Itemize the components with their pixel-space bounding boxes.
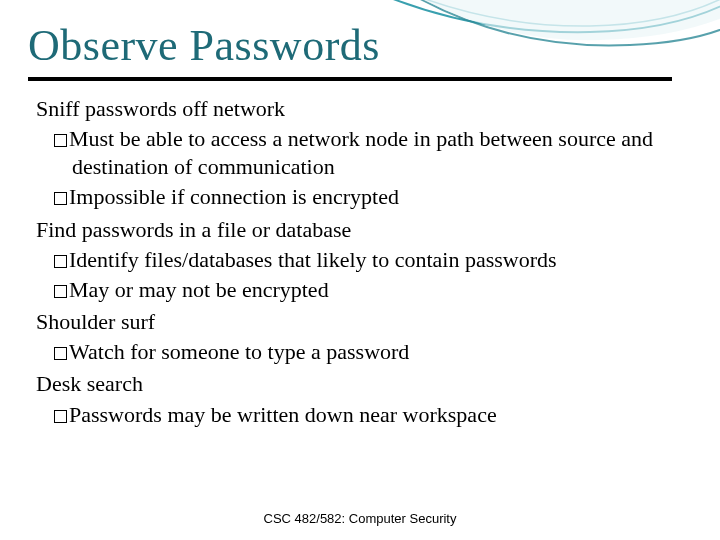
topic-heading: Shoulder surf xyxy=(30,308,690,336)
slide-title: Observe Passwords xyxy=(0,0,720,77)
checkbox-icon xyxy=(54,255,67,268)
bullet-text: Must be able to access a network node in… xyxy=(69,126,653,179)
bullet-item: Passwords may be written down near works… xyxy=(30,401,690,429)
bullet-item: Watch for someone to type a password xyxy=(30,338,690,366)
bullet-item: Impossible if connection is encrypted xyxy=(30,183,690,211)
title-underline xyxy=(28,77,672,81)
checkbox-icon xyxy=(54,410,67,423)
checkbox-icon xyxy=(54,285,67,298)
slide-content: Sniff passwords off network Must be able… xyxy=(0,95,720,429)
bullet-text: Watch for someone to type a password xyxy=(69,339,409,364)
checkbox-icon xyxy=(54,192,67,205)
bullet-text: Identify files/databases that likely to … xyxy=(69,247,557,272)
checkbox-icon xyxy=(54,134,67,147)
bullet-text: Passwords may be written down near works… xyxy=(69,402,497,427)
topic-heading: Desk search xyxy=(30,370,690,398)
topic-heading: Sniff passwords off network xyxy=(30,95,690,123)
bullet-item: May or may not be encrypted xyxy=(30,276,690,304)
checkbox-icon xyxy=(54,347,67,360)
bullet-item: Must be able to access a network node in… xyxy=(30,125,690,181)
slide-footer: CSC 482/582: Computer Security xyxy=(0,511,720,526)
bullet-item: Identify files/databases that likely to … xyxy=(30,246,690,274)
topic-heading: Find passwords in a file or database xyxy=(30,216,690,244)
bullet-text: Impossible if connection is encrypted xyxy=(69,184,399,209)
bullet-text: May or may not be encrypted xyxy=(69,277,329,302)
